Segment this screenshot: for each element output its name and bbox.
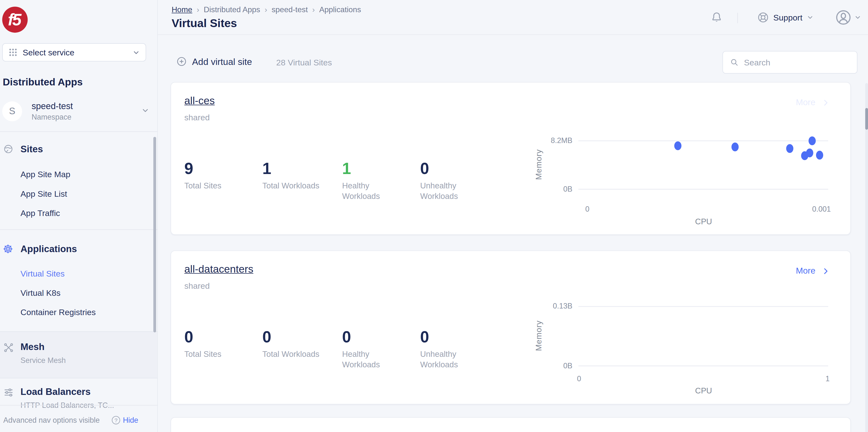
stat-value: 0 [262, 328, 334, 345]
namespace-avatar: S [2, 101, 22, 121]
sidebar-section-load-balancers[interactable]: Load Balancers [21, 386, 91, 398]
namespace-type-label: Namespace [31, 113, 71, 121]
stat-label: Total Sites [184, 181, 256, 191]
y-axis-tick-max: 0.13B [448, 302, 572, 310]
stat-label: Total Workloads [262, 349, 334, 359]
cpu-memory-scatter-chart [171, 251, 850, 404]
virtual-site-card-all-datacenters: all-datacenters shared More 0 Total Site… [170, 251, 851, 404]
site-tag: shared [184, 113, 210, 122]
stat-label: Healthy Workloads [342, 181, 395, 202]
namespace-initial: S [9, 106, 16, 117]
more-label: More [796, 97, 815, 107]
breadcrumb-separator: › [265, 5, 267, 14]
page-scrollbar-thumb[interactable] [865, 108, 868, 130]
cpu-memory-scatter-chart [171, 83, 850, 234]
sidebar-app-title: Distributed Apps [3, 77, 83, 88]
site-tag: shared [184, 281, 210, 290]
stat-value: 0 [342, 328, 395, 345]
support-menu[interactable]: Support [757, 11, 814, 24]
stat-total-workloads: 0 Total Workloads [262, 328, 334, 359]
stat-value: 1 [262, 160, 334, 177]
service-selector[interactable]: Select service [2, 43, 146, 61]
mesh-subtitle: Service Mesh [21, 356, 66, 365]
sidebar-section-mesh[interactable]: Mesh [21, 342, 44, 353]
more-link[interactable]: More [796, 266, 830, 276]
f5-logo[interactable]: f5 [2, 7, 28, 33]
mesh-icon [3, 342, 14, 353]
add-virtual-site-button[interactable]: Add virtual site [176, 56, 252, 67]
sidebar: f5 Select service Distributed Apps S spe… [0, 0, 158, 432]
x-axis-label: CPU [671, 386, 737, 395]
stat-value: 1 [342, 160, 395, 177]
stat-total-workloads: 1 Total Workloads [262, 160, 334, 191]
stat-label: Total Sites [184, 349, 256, 359]
plus-circle-icon [176, 56, 187, 67]
service-selector-label: Select service [23, 48, 132, 57]
chevron-down-icon [806, 14, 814, 21]
chevron-down-icon [132, 49, 140, 56]
sidebar-scrollbar-thumb[interactable] [153, 137, 156, 333]
search-icon [730, 58, 739, 67]
hide-advanced-nav-link[interactable]: Hide [123, 416, 138, 425]
y-axis-label: Memory [534, 131, 543, 198]
grid-dots-icon [8, 48, 18, 57]
app-viewport: f5 Select service Distributed Apps S spe… [0, 0, 868, 432]
kubernetes-wheel-icon: ☸ [3, 243, 13, 255]
breadcrumb-applications[interactable]: Applications [319, 5, 361, 14]
breadcrumb-distributed-apps[interactable]: Distributed Apps [204, 5, 260, 14]
namespace-name: speed-test [31, 101, 73, 111]
namespace-chevron-down-icon[interactable] [141, 107, 150, 115]
stat-value: 0 [184, 328, 256, 345]
globe-icon [3, 144, 13, 154]
sidebar-item-app-site-map[interactable]: App Site Map [21, 170, 70, 179]
chevron-down-icon [854, 14, 861, 21]
site-name-link[interactable]: all-ces [184, 95, 215, 107]
search-input[interactable] [744, 58, 838, 67]
sidebar-item-container-registries[interactable]: Container Registries [21, 308, 96, 317]
stat-value: 0 [420, 160, 473, 177]
breadcrumb-separator: › [312, 5, 315, 14]
x-axis-tick-max: 0.001 [805, 205, 838, 213]
notifications-bell-icon[interactable] [710, 11, 723, 24]
sidebar-divider [0, 331, 158, 332]
breadcrumb-speed-test[interactable]: speed-test [272, 5, 308, 14]
stat-total-sites: 0 Total Sites [184, 328, 256, 359]
f5-logo-text: f5 [8, 10, 20, 29]
page-scrollbar-track[interactable] [865, 83, 868, 432]
stat-label: Total Workloads [262, 181, 334, 191]
virtual-site-card-all-ces: all-ces shared More 9 Total Sites 1 Tota… [170, 82, 851, 235]
stat-value: 0 [420, 328, 473, 345]
sidebar-item-virtual-sites[interactable]: Virtual Sites [21, 269, 65, 278]
stat-label: Healthy Workloads [342, 349, 395, 370]
add-virtual-site-label: Add virtual site [192, 56, 252, 67]
more-label: More [796, 266, 815, 276]
account-menu[interactable] [835, 9, 861, 26]
chevron-right-icon [822, 98, 830, 107]
breadcrumb-home[interactable]: Home [172, 5, 192, 14]
stat-healthy-workloads: 0 Healthy Workloads [342, 328, 395, 370]
header-divider [158, 34, 868, 35]
virtual-site-card-partial [170, 417, 851, 432]
more-link[interactable]: More [796, 97, 830, 107]
sidebar-item-virtual-k8s[interactable]: Virtual K8s [21, 288, 61, 297]
sidebar-section-sites[interactable]: Sites [21, 144, 43, 155]
sidebar-divider [0, 131, 158, 132]
help-icon[interactable]: ? [112, 416, 120, 425]
site-name-link[interactable]: all-datacenters [184, 263, 253, 275]
stat-healthy-workloads: 1 Healthy Workloads [342, 160, 395, 202]
sidebar-divider [0, 378, 158, 378]
y-axis-tick-zero: 0B [448, 185, 572, 193]
virtual-sites-count: 28 Virtual Sites [276, 58, 332, 67]
sidebar-item-app-site-list[interactable]: App Site List [21, 189, 67, 198]
x-axis-tick-zero: 0 [579, 205, 596, 213]
x-axis-label: CPU [671, 217, 737, 226]
breadcrumb-separator: › [197, 5, 199, 14]
stat-value: 9 [184, 160, 256, 177]
sidebar-section-applications[interactable]: Applications [21, 244, 77, 255]
sidebar-item-app-traffic[interactable]: App Traffic [21, 208, 60, 218]
load-balancer-sliders-icon [3, 387, 14, 398]
sidebar-divider [0, 229, 158, 230]
chevron-right-icon [822, 267, 830, 275]
y-axis-tick-max: 8.2MB [448, 136, 572, 144]
life-ring-icon [757, 11, 770, 24]
